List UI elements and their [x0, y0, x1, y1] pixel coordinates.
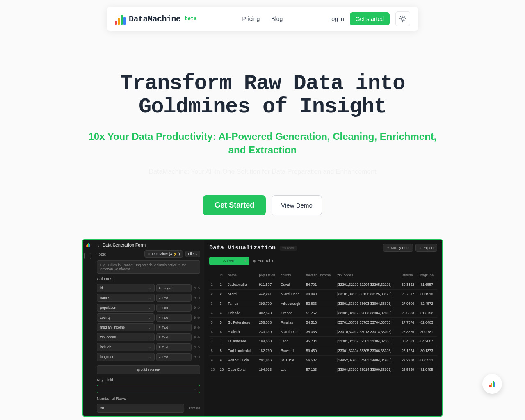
table-cell: 27.2730	[400, 356, 418, 365]
delete-icon[interactable]: ⊖	[197, 336, 200, 339]
table-cell: 54,701	[304, 280, 336, 290]
table-cell: Miami-Dade	[279, 290, 304, 299]
form-header[interactable]: ⌄ Data Generation Form	[97, 243, 200, 247]
column-name-input[interactable]: name⌄	[97, 294, 155, 302]
table-row[interactable]: 77Tallahassee194,500Leon45,734[32301,323…	[209, 337, 437, 346]
table-cell: Fort Lauderdale	[226, 346, 258, 356]
table-cell: 56,507	[304, 356, 336, 365]
sidebar-item-icon[interactable]	[84, 253, 91, 259]
key-field-label: Key Field	[97, 377, 200, 382]
table-row[interactable]: 99Port St. Lucie201,846St. Lucie56,507[3…	[209, 356, 437, 365]
settings-icon[interactable]: ⚙	[193, 286, 196, 290]
table-cell: 25.7617	[400, 290, 418, 299]
table-header-cell[interactable]: id	[218, 271, 226, 280]
table-cell: 30.4383	[400, 337, 418, 346]
delete-icon[interactable]: ⊖	[197, 296, 200, 300]
table-header-cell[interactable]: name	[226, 271, 258, 280]
settings-icon[interactable]: ⚙	[193, 355, 196, 359]
table-header-cell[interactable]: longitude	[418, 271, 437, 280]
num-rows-input[interactable]: 20	[97, 404, 184, 413]
lightning-icon: ⚡	[173, 252, 177, 256]
delete-icon[interactable]: ⊖	[197, 355, 200, 359]
sheet-tab-active[interactable]: Sheet1 ✎	[209, 257, 249, 265]
sun-icon	[399, 15, 406, 23]
hero-get-started-button[interactable]: Get Started	[203, 195, 266, 215]
table-cell: -80.3533	[418, 356, 437, 365]
table-row[interactable]: 66Hialeah233,339Miami-Dade35,068[33010,3…	[209, 327, 437, 337]
table-row[interactable]: 22Miami442,241Miami-Dade39,049[33101,331…	[209, 290, 437, 299]
hero-view-demo-button[interactable]: View Demo	[272, 195, 322, 215]
column-name-input[interactable]: population⌄	[97, 304, 155, 312]
settings-icon[interactable]: ⚙	[193, 336, 196, 339]
column-type-select[interactable]: ≡Text	[156, 304, 192, 312]
table-header-cell[interactable]: county	[279, 271, 304, 280]
delete-icon[interactable]: ⊖	[197, 345, 200, 349]
settings-icon[interactable]: ⚙	[193, 306, 196, 310]
table-header-cell[interactable]: latitude	[400, 271, 418, 280]
column-name-input[interactable]: id⌄	[97, 284, 155, 292]
sheet-tabs: Sheet1 ✎ ⊕ Add Table	[209, 257, 437, 265]
column-name-input[interactable]: latitude⌄	[97, 343, 155, 351]
estimate-link[interactable]: Estimate	[187, 406, 200, 410]
delete-icon[interactable]: ⊖	[197, 326, 200, 329]
table-cell: -84.2807	[418, 337, 437, 346]
column-type-select[interactable]: ≡Text	[156, 333, 192, 341]
table-cell: 7	[218, 337, 226, 346]
settings-icon[interactable]: ⚙	[193, 326, 196, 329]
column-type-select[interactable]: ≡Text	[156, 353, 192, 361]
table-row[interactable]: 44Orlando307,573Orange51,757[32801,32802…	[209, 308, 437, 318]
table-row[interactable]: 1010Cape Coral194,016Lee57,125[33904,339…	[209, 365, 437, 374]
nav-blog[interactable]: Blog	[271, 16, 283, 22]
settings-icon[interactable]: ⚙	[193, 296, 196, 300]
login-link[interactable]: Log in	[329, 16, 344, 22]
table-cell: Lee	[279, 365, 304, 374]
delete-icon[interactable]: ⊖	[197, 316, 200, 320]
column-type-select[interactable]: ≡Text	[156, 294, 192, 302]
column-type-select[interactable]: ≡Text	[156, 324, 192, 331]
table-header-cell[interactable]: population	[258, 271, 279, 280]
column-row: population⌄≡Text⚙⊖	[97, 304, 200, 312]
table-row[interactable]: 33Tampa399,700Hillsborough53,833[33601,3…	[209, 299, 437, 308]
brand-name: DataMachine	[129, 14, 181, 24]
add-column-button[interactable]: ⊕ Add Column	[97, 365, 200, 374]
brand-logo[interactable]: DataMachine beta	[115, 13, 196, 25]
add-table-button[interactable]: ⊕ Add Table	[253, 259, 274, 263]
table-header-cell[interactable]: median_income	[304, 271, 336, 280]
export-button[interactable]: ⇪ Export	[415, 244, 437, 252]
svg-line-3	[401, 17, 401, 17]
nav-pricing[interactable]: Pricing	[242, 16, 260, 22]
column-name-input[interactable]: zip_codes⌄	[97, 333, 155, 341]
table-row[interactable]: 55St. Petersburg258,308Pinellas54,513[33…	[209, 318, 437, 327]
settings-icon[interactable]: ⚙	[193, 345, 196, 349]
key-field-select[interactable]: ⌄	[97, 385, 200, 393]
table-cell: 442,241	[258, 290, 279, 299]
theme-toggle-button[interactable]	[395, 11, 410, 26]
data-generation-form: ⌄ Data Generation Form Topic 🗎 Doc Miner…	[93, 240, 204, 416]
column-type-select[interactable]: #Integer	[156, 284, 192, 292]
file-pill[interactable]: File ⌄	[185, 251, 200, 257]
topic-input[interactable]: E.g., Cities in France; Dog breeds; Anim…	[97, 260, 200, 274]
modify-data-button[interactable]: ✦ Modify Data	[383, 244, 413, 252]
svg-line-4	[404, 21, 405, 21]
delete-icon[interactable]: ⊖	[197, 286, 200, 290]
column-name-input[interactable]: county⌄	[97, 313, 155, 322]
table-row[interactable]: 11Jacksonville911,507Duval54,701[32201,3…	[209, 280, 437, 290]
edit-icon[interactable]: ✎	[244, 259, 247, 263]
table-cell: 25.8576	[400, 327, 418, 337]
column-type-select[interactable]: ≡Text	[156, 314, 192, 322]
settings-icon[interactable]: ⚙	[193, 316, 196, 320]
get-started-button[interactable]: Get started	[350, 12, 390, 25]
delete-icon[interactable]: ⊖	[197, 306, 200, 310]
doc-miner-pill[interactable]: 🗎 Doc Miner (3⚡)	[144, 250, 183, 258]
column-type-select[interactable]: ≡Text	[156, 343, 192, 351]
table-cell: 399,700	[258, 299, 279, 308]
logo-bars-icon	[115, 13, 126, 25]
column-row: id⌄#Integer⚙⊖	[97, 284, 200, 292]
column-name-input[interactable]: median_income⌄	[97, 323, 155, 331]
sidebar-logo-icon[interactable]	[85, 242, 91, 248]
table-header-cell[interactable]: zip_codes	[336, 271, 400, 280]
chat-fab-button[interactable]	[482, 374, 502, 394]
column-name-input[interactable]: longitude⌄	[97, 353, 155, 361]
table-cell: 26.5629	[400, 365, 418, 374]
table-row[interactable]: 88Fort Lauderdale182,760Broward59,450[33…	[209, 346, 437, 356]
